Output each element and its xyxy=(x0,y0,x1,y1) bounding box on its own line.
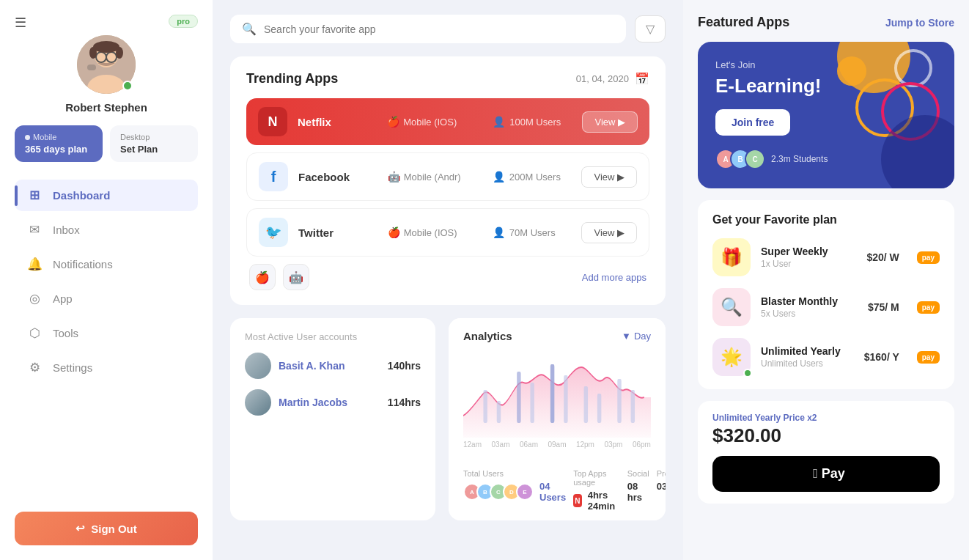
sidebar-item-inbox[interactable]: ✉ Inbox xyxy=(15,214,198,246)
jump-to-store-link[interactable]: Jump to Store xyxy=(885,17,954,29)
dashboard-icon: ⊞ xyxy=(26,188,43,203)
search-input[interactable] xyxy=(264,23,614,35)
sidebar: ☰ pro Ro xyxy=(0,0,213,560)
desktop-plan[interactable]: Desktop Set Plan xyxy=(110,125,198,162)
android-icon: 🤖 xyxy=(388,171,400,183)
svg-rect-21 xyxy=(631,390,635,423)
facebook-view-button[interactable]: View ▶ xyxy=(581,166,637,188)
netflix-view-button[interactable]: View ▶ xyxy=(582,111,638,133)
sidebar-item-notifications[interactable]: 🔔 Notifications xyxy=(15,248,198,280)
nav-label-notifications: Notifications xyxy=(53,258,113,270)
signout-button[interactable]: ↩ Sign Out xyxy=(15,512,198,545)
apple-pay-label:  Pay xyxy=(813,466,845,482)
nav-label-inbox: Inbox xyxy=(53,224,80,236)
netflix-platform: 🍎 Mobile (IOS) xyxy=(387,116,482,128)
user-avatar-martin xyxy=(245,389,271,416)
trending-header: Trending Apps 01, 04, 2020 📅 xyxy=(246,71,649,86)
desktop-plan-value: Set Plan xyxy=(120,144,188,155)
svg-rect-14 xyxy=(517,372,520,423)
plan-icon-weekly: 🎁 xyxy=(712,238,751,276)
user-row-basit: Basit A. Khan 140hrs xyxy=(245,353,421,379)
chart-label-09am: 09am xyxy=(548,441,566,449)
mobile-plan[interactable]: Mobile 365 days plan xyxy=(15,125,103,162)
hamburger-icon[interactable]: ☰ xyxy=(15,15,26,31)
sidebar-item-app[interactable]: ◎ App xyxy=(15,283,198,314)
active-bar xyxy=(15,185,18,206)
svg-rect-17 xyxy=(564,375,567,423)
pro-badge: pro xyxy=(169,15,198,28)
plan-sub-yearly: Unlimited Users xyxy=(761,358,854,369)
user-hrs-martin: 114hrs xyxy=(388,397,421,408)
svg-rect-16 xyxy=(550,364,554,423)
pay-badge-weekly: pay xyxy=(917,251,940,264)
plan-info-yearly: Unlimited Yearly Unlimited Users xyxy=(761,345,854,369)
app-row-twitter: 🐦 Twitter 🍎 Mobile (IOS) 👤 70M Users Vie… xyxy=(246,208,649,257)
social-label: Social xyxy=(627,469,649,478)
plan-row: Mobile 365 days plan Desktop Set Plan xyxy=(15,125,198,162)
users-count: 04 Users xyxy=(539,481,566,503)
facebook-users: 👤 200M Users xyxy=(493,171,572,183)
svg-rect-13 xyxy=(497,401,501,423)
mini-avatar-5: E xyxy=(516,483,534,501)
nav-label-settings: Settings xyxy=(53,361,92,374)
main-content: 🔍 ▽ Trending Apps 01, 04, 2020 📅 N Netfl… xyxy=(213,0,683,560)
join-free-button[interactable]: Join free xyxy=(715,109,790,136)
plan-info-weekly: Super Weekly 1x User xyxy=(761,246,856,269)
apple-pay-button[interactable]:  Pay xyxy=(712,456,940,492)
tools-icon: ⬡ xyxy=(26,325,43,341)
total-users-wrap: A B C D E 04 Users xyxy=(463,481,566,503)
yearly-online-dot xyxy=(743,369,752,377)
nav-label-tools: Tools xyxy=(53,327,78,339)
featured-header: Featured Apps Jump to Store xyxy=(698,15,954,30)
bottom-row: Most Active User accounts Basit A. Khan … xyxy=(230,318,666,520)
top-apps-section: Top Apps usage N 4hrs 24min xyxy=(573,469,620,512)
facebook-icon-wrap: f xyxy=(259,162,288,191)
calendar-icon: 📅 xyxy=(635,72,649,86)
plan-price-weekly: $20/ W xyxy=(866,251,899,263)
search-icon: 🔍 xyxy=(242,22,257,36)
twitter-view-button[interactable]: View ▶ xyxy=(581,222,637,243)
svg-rect-15 xyxy=(530,383,534,423)
sidebar-item-settings[interactable]: ⚙ Settings xyxy=(15,352,198,383)
sidebar-item-dashboard[interactable]: ⊞ Dashboard xyxy=(15,180,198,211)
nav-label-dashboard: Dashboard xyxy=(53,189,110,202)
android-mini-button[interactable]: 🤖 xyxy=(283,264,309,290)
user-name-martin[interactable]: Martin Jacobs xyxy=(279,397,380,408)
facebook-name: Facebook xyxy=(298,171,377,183)
chart-label-03am: 03am xyxy=(491,441,509,449)
twitter-logo: 🐦 xyxy=(265,224,281,240)
plan-item-weekly: 🎁 Super Weekly 1x User $20/ W pay xyxy=(712,238,940,276)
filter-button[interactable]: ▽ xyxy=(635,15,666,43)
date-row: 01, 04, 2020 📅 xyxy=(576,72,649,86)
total-users-label: Total Users xyxy=(463,469,566,478)
facebook-platform: 🤖 Mobile (Andr) xyxy=(388,171,482,183)
chart-labels: 12am 03am 06am 09am 12pm 03pm 06pm xyxy=(463,441,651,449)
netflix-users: 👤 100M Users xyxy=(493,116,572,128)
online-indicator xyxy=(122,81,133,91)
analytics-card: Analytics ▼ Day xyxy=(449,318,666,460)
day-selector[interactable]: ▼ Day xyxy=(622,331,651,342)
price-info: Unlimited Yearly Price x2 $320.00 xyxy=(712,413,817,447)
apple-mini-button[interactable]: 🍎 xyxy=(249,264,276,290)
user-row-martin: Martin Jacobs 114hrs xyxy=(245,389,421,416)
netflix-logo: N xyxy=(268,114,278,130)
users-icon2: 👤 xyxy=(493,171,505,183)
add-more-link[interactable]: Add more apps xyxy=(582,272,646,283)
user-name-basit[interactable]: Basit A. Khan xyxy=(279,360,380,372)
bottom-data-row: Total Users A B C D E 04 Users Top Apps … xyxy=(449,460,666,520)
student-avatars: A B C xyxy=(715,149,765,169)
chart-label-06pm: 06pm xyxy=(633,441,651,449)
pay-badge-monthly: pay xyxy=(917,301,940,314)
top-apps-time: 4hrs 24min xyxy=(588,490,620,512)
trending-title: Trending Apps xyxy=(246,71,338,86)
fav-plan-section: Get your Favorite plan 🎁 Super Weekly 1x… xyxy=(698,200,954,389)
productive-label: Productive xyxy=(657,469,666,478)
analytics-title: Analytics xyxy=(463,330,512,342)
user-avatar-basit xyxy=(245,353,271,379)
twitter-name: Twitter xyxy=(298,226,377,239)
sidebar-item-tools[interactable]: ⬡ Tools xyxy=(15,317,198,349)
plan-item-monthly: 🔍 Blaster Monthly 5x Users $75/ M pay xyxy=(712,288,940,326)
plan-sub-weekly: 1x User xyxy=(761,259,856,269)
app-row-facebook: f Facebook 🤖 Mobile (Andr) 👤 200M Users … xyxy=(246,152,649,201)
search-row: 🔍 ▽ xyxy=(230,15,666,43)
